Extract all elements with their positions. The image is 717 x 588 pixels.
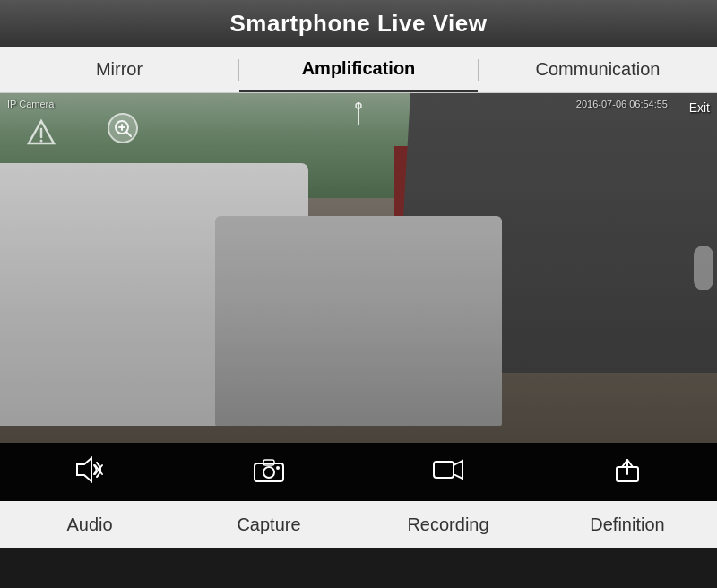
tab-communication[interactable]: Communication	[479, 47, 717, 92]
svg-point-16	[276, 466, 280, 470]
exit-button[interactable]: Exit	[689, 100, 710, 115]
camera-icon	[253, 456, 285, 488]
label-capture[interactable]: Capture	[179, 514, 358, 535]
svg-marker-10	[77, 458, 91, 481]
camera-view: IP Camera 2016-07-06 06:54:55 Exit	[0, 93, 717, 443]
definition-button[interactable]	[538, 456, 717, 488]
audio-button[interactable]	[0, 456, 179, 488]
tab-amplification[interactable]: Amplification	[239, 47, 478, 92]
svg-line-6	[127, 133, 132, 137]
audio-icon	[73, 456, 106, 488]
svg-point-2	[40, 140, 43, 143]
scroll-handle[interactable]	[694, 246, 713, 290]
tab-mirror[interactable]: Mirror	[0, 47, 238, 92]
label-recording[interactable]: Recording	[358, 514, 538, 535]
zoom-button[interactable]	[108, 113, 138, 143]
title-bar: Smartphone Live View	[0, 0, 717, 47]
video-icon	[432, 457, 464, 487]
camera-scene: IP Camera 2016-07-06 06:54:55 Exit	[0, 93, 717, 443]
bottom-labels: Audio Capture Recording Definition	[0, 501, 717, 548]
app-title: Smartphone Live View	[230, 10, 488, 38]
svg-point-14	[263, 467, 274, 478]
scene-overlay	[0, 93, 717, 443]
share-icon	[613, 456, 642, 488]
svg-rect-17	[434, 462, 454, 478]
label-definition[interactable]: Definition	[538, 514, 717, 535]
recording-button[interactable]	[358, 457, 538, 487]
warning-icon	[27, 118, 56, 153]
svg-marker-18	[454, 461, 462, 479]
bottom-controls	[0, 443, 717, 501]
capture-button[interactable]	[179, 456, 358, 488]
antenna-icon	[350, 102, 367, 130]
top-nav: Mirror Amplification Communication	[0, 47, 717, 93]
hud-datetime: 2016-07-06 06:54:55	[576, 99, 668, 109]
hud-ip-label: IP Camera	[7, 99, 54, 109]
label-audio[interactable]: Audio	[0, 514, 179, 535]
